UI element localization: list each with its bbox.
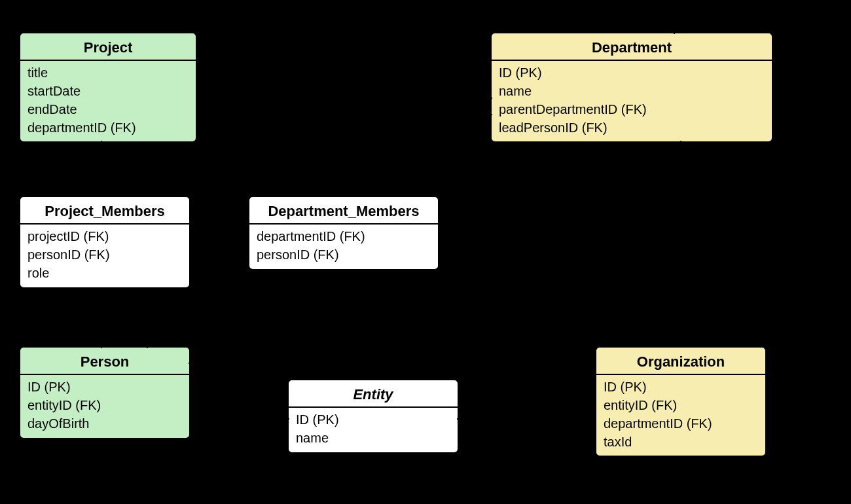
- department-members-attr-0: departmentID (FK): [257, 229, 365, 243]
- entity-department: Department ID (PK) name parentDepartment…: [491, 33, 772, 142]
- department-attr-2: parentDepartmentID (FK): [499, 102, 647, 117]
- project-attr-1: startDate: [27, 84, 81, 98]
- department-members-attr-1: personID (FK): [257, 247, 339, 262]
- person-attr-2: dayOfBirth: [27, 416, 89, 431]
- department-attr-0: ID (PK): [499, 65, 542, 80]
- project-members-attr-0: projectID (FK): [27, 229, 109, 243]
- entity-organization: Organization ID (PK) entityID (FK) depar…: [596, 347, 766, 456]
- project-members-attr-2: role: [27, 266, 49, 280]
- project-attr-3: departmentID (FK): [27, 120, 136, 135]
- project-title: Project: [84, 39, 133, 56]
- rel-deptmembers-department: [367, 115, 491, 196]
- organization-title: Organization: [637, 353, 725, 370]
- person-attr-0: ID (PK): [27, 380, 71, 394]
- entity-project-members: Project_Members projectID (FK) personID …: [20, 196, 190, 288]
- entity-attr-0: ID (PK): [296, 412, 339, 427]
- person-title: Person: [81, 353, 130, 370]
- department-attr-3: leadPersonID (FK): [499, 120, 607, 135]
- organization-attr-1: entityID (FK): [604, 398, 677, 412]
- entity-person: Person ID (PK) entityID (FK) dayOfBirth: [20, 347, 190, 439]
- project-attr-2: endDate: [27, 102, 77, 117]
- er-diagram: Project title startDate endDate departme…: [0, 0, 851, 504]
- entity-department-members: Department_Members departmentID (FK) per…: [249, 196, 439, 270]
- project-attr-0: title: [27, 65, 48, 80]
- project-members-title: Project_Members: [45, 203, 164, 219]
- organization-attr-2: departmentID (FK): [604, 416, 712, 431]
- organization-attr-3: taxId: [604, 435, 632, 449]
- department-attr-1: name: [499, 84, 532, 98]
- entity-entity: Entity ID (PK) name: [288, 380, 458, 453]
- person-attr-1: entityID (FK): [27, 398, 101, 412]
- department-members-title: Department_Members: [268, 203, 419, 219]
- project-members-attr-1: personID (FK): [27, 247, 110, 262]
- entity-project: Project title startDate endDate departme…: [20, 33, 196, 142]
- organization-attr-0: ID (PK): [604, 380, 647, 394]
- entity-attr-1: name: [296, 431, 329, 445]
- entity-title: Entity: [353, 386, 394, 403]
- department-title: Department: [592, 39, 672, 56]
